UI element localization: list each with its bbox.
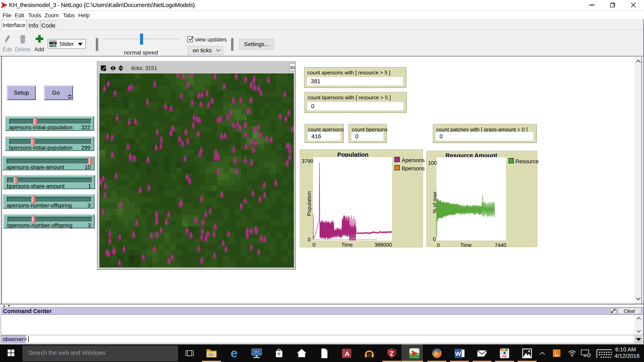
svg-text:lenovo: lenovo [254,350,260,352]
svg-text:PDF: PDF [502,355,507,358]
svg-text:W: W [455,350,461,357]
svg-text:A: A [345,350,350,358]
svg-text:e: e [231,348,238,359]
svg-text:Z: Z [390,350,394,357]
